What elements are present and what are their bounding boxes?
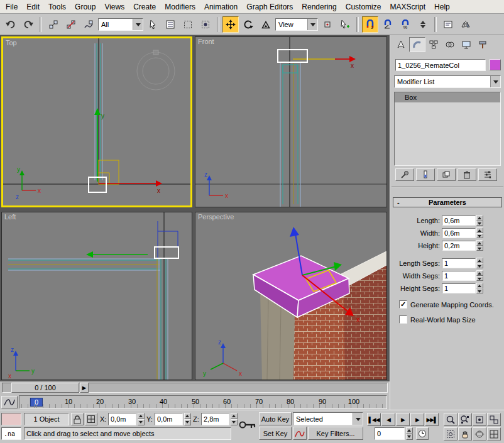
parameters-rollout-header[interactable]: - Parameters: [393, 197, 502, 207]
menu-tools[interactable]: Tools: [44, 1, 70, 13]
viewport-left[interactable]: Left z y x: [1, 212, 192, 380]
angle-snap-button[interactable]: [380, 16, 396, 33]
menu-group[interactable]: Group: [70, 1, 100, 13]
redo-button[interactable]: [20, 16, 36, 33]
use-pivot-center-button[interactable]: [319, 16, 336, 33]
dropdown-arrow-icon[interactable]: [133, 19, 143, 30]
coord-system-dropdown[interactable]: View: [275, 18, 318, 31]
menu-views[interactable]: Views: [100, 1, 129, 13]
spinner-snap-button[interactable]: [415, 16, 431, 33]
y-coord-spinner[interactable]: [184, 413, 191, 425]
show-end-result-button[interactable]: [416, 168, 435, 181]
width-spinner[interactable]: [476, 227, 483, 238]
x-coord-spinner[interactable]: [138, 413, 145, 425]
length-segs-spinner[interactable]: [476, 258, 483, 268]
length-segs-field[interactable]: [442, 258, 476, 268]
viewport-top[interactable]: Top y x: [1, 36, 192, 207]
current-frame-field[interactable]: [375, 427, 405, 440]
go-to-end-button[interactable]: ▶▶▌: [425, 413, 439, 426]
dropdown-arrow-icon[interactable]: [353, 413, 363, 425]
select-and-move-button[interactable]: [222, 16, 239, 33]
menu-rendering[interactable]: Rendering: [297, 1, 341, 13]
viewport-left-label[interactable]: Left: [4, 213, 16, 221]
select-object-button[interactable]: [145, 16, 161, 33]
track-bar-ruler[interactable]: 0 10 20 30 40 50 60 70 80 90 100: [19, 395, 387, 409]
pan-button[interactable]: [458, 427, 472, 440]
unlink-button[interactable]: [63, 16, 79, 33]
real-world-map-size-checkbox[interactable]: Real-World Map Size: [399, 315, 476, 324]
maxscript-mini-listener[interactable]: .na: [1, 427, 21, 440]
set-keys-button[interactable]: [239, 418, 258, 433]
width-segs-spinner[interactable]: [476, 270, 483, 281]
viewport-left-canvas[interactable]: z y x: [2, 212, 192, 380]
select-link-button[interactable]: [45, 16, 62, 33]
absolute-offset-toggle[interactable]: [85, 413, 97, 425]
z-coord-spinner[interactable]: [231, 413, 238, 425]
viewport-perspective-canvas[interactable]: x z x y: [195, 212, 386, 380]
viewport-perspective-label[interactable]: Perspective: [198, 213, 234, 221]
move-gizmo[interactable]: [86, 251, 148, 258]
window-crossing-button[interactable]: [197, 16, 214, 33]
menu-modifiers[interactable]: Modifiers: [160, 1, 200, 13]
dropdown-arrow-icon[interactable]: [307, 19, 317, 30]
modifier-list-dropdown[interactable]: Modifier List: [394, 75, 501, 88]
zoom-extents-all-button[interactable]: [487, 413, 501, 426]
menu-file[interactable]: File: [1, 1, 22, 13]
frame-spinner[interactable]: [406, 427, 413, 440]
previous-frame-button[interactable]: ◀: [381, 413, 395, 426]
pin-stack-button[interactable]: [395, 168, 414, 181]
maximize-viewport-toggle[interactable]: [487, 427, 501, 440]
select-and-scale-button[interactable]: [258, 16, 274, 33]
select-and-rotate-button[interactable]: [240, 16, 256, 33]
next-frame-arrow-button[interactable]: ►: [80, 383, 89, 393]
zoom-button[interactable]: [444, 413, 457, 426]
percent-snap-button[interactable]: %: [397, 16, 414, 33]
default-tangent-button[interactable]: [293, 427, 307, 440]
menu-edit[interactable]: Edit: [22, 1, 44, 13]
zoom-region-button[interactable]: [444, 427, 457, 440]
key-mode-dropdown[interactable]: Selected: [293, 412, 363, 425]
object-name-field[interactable]: [395, 59, 486, 71]
selection-lock-toggle[interactable]: [71, 413, 84, 425]
named-selection-sets-button[interactable]: [440, 16, 456, 33]
viewport-front-canvas[interactable]: x z x: [195, 37, 386, 207]
configure-modifier-sets-button[interactable]: [478, 168, 497, 181]
dropdown-arrow-icon[interactable]: [490, 76, 500, 87]
viewport-front-label[interactable]: Front: [198, 38, 214, 45]
next-frame-button[interactable]: ▶: [410, 413, 424, 426]
menu-maxscript[interactable]: MAXScript: [385, 1, 430, 13]
set-key-button[interactable]: Set Key: [259, 427, 292, 440]
y-coord-field[interactable]: [155, 413, 183, 425]
z-coord-field[interactable]: [201, 413, 229, 425]
key-filters-button[interactable]: Key Filters...: [308, 427, 363, 440]
menu-help[interactable]: Help: [430, 1, 454, 13]
mini-curve-editor-button[interactable]: [1, 396, 18, 408]
zoom-all-button[interactable]: [458, 413, 472, 426]
tab-motion[interactable]: [442, 37, 458, 52]
viewport-top-canvas[interactable]: y x y x z: [3, 38, 190, 205]
stack-item-box[interactable]: Box: [395, 92, 500, 102]
go-to-start-button[interactable]: ▌◀◀: [367, 413, 381, 426]
maxscript-mini-listener-pink[interactable]: [1, 413, 21, 425]
height-field[interactable]: [442, 241, 476, 251]
generate-mapping-coords-checkbox[interactable]: ✓ Generate Mapping Coords.: [399, 300, 494, 309]
x-coord-field[interactable]: [108, 413, 136, 425]
width-segs-field[interactable]: [442, 271, 476, 281]
rectangular-selection-region-button[interactable]: [180, 16, 196, 33]
make-unique-button[interactable]: [437, 168, 456, 181]
height-segs-field[interactable]: [442, 283, 476, 293]
tab-hierarchy[interactable]: [425, 37, 442, 52]
menu-animation[interactable]: Animation: [200, 1, 242, 13]
tab-create[interactable]: [393, 37, 409, 52]
menu-create[interactable]: Create: [129, 1, 160, 13]
auto-key-button[interactable]: Auto Key: [259, 412, 292, 425]
checkbox-mark[interactable]: [399, 315, 407, 324]
object-color-swatch[interactable]: [490, 59, 501, 70]
tab-modify[interactable]: [409, 37, 425, 52]
viewport-top-label[interactable]: Top: [6, 39, 17, 46]
length-spinner[interactable]: [476, 215, 483, 226]
width-field[interactable]: [442, 228, 476, 238]
height-spinner[interactable]: [476, 240, 483, 251]
undo-button[interactable]: [3, 16, 19, 33]
height-segs-spinner[interactable]: [476, 283, 483, 293]
